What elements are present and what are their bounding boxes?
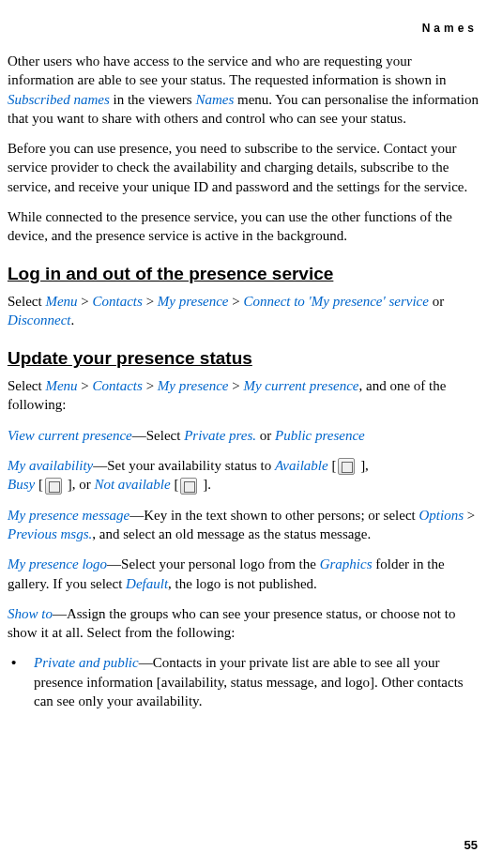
link-my-presence: My presence xyxy=(158,294,229,309)
link-my-availability: My availability xyxy=(8,458,93,473)
available-icon xyxy=(338,458,355,475)
text: —Select xyxy=(132,428,184,443)
paragraph-2: Before you can use presence, you need to… xyxy=(8,139,479,196)
link-default: Default xyxy=(126,576,168,591)
text: —Set your availability status to xyxy=(93,458,275,473)
text: ], xyxy=(357,458,369,473)
text: —Select your personal logo from the xyxy=(107,556,320,571)
link-busy: Busy xyxy=(8,477,35,492)
paragraph-6: View current presence—Select Private pre… xyxy=(8,426,479,445)
text: —Key in the text shown to other persons;… xyxy=(129,508,419,523)
text: > xyxy=(464,508,475,523)
paragraph-3: While connected to the presence service,… xyxy=(8,207,479,246)
link-subscribed-names: Subscribed names xyxy=(8,92,110,107)
link-names: Names xyxy=(195,92,234,107)
text: ], or xyxy=(64,477,95,492)
paragraph-5: Select Menu > Contacts > My presence > M… xyxy=(8,376,479,415)
bullet-mark: • xyxy=(11,653,34,710)
busy-icon xyxy=(45,478,62,495)
section-header: Names xyxy=(422,21,478,36)
link-private-and-public: Private and public xyxy=(34,655,139,670)
link-contacts: Contacts xyxy=(93,378,143,393)
paragraph-10: Show to—Assign the groups who can see yo… xyxy=(8,604,479,643)
link-previous-msgs: Previous msgs. xyxy=(8,526,92,541)
link-graphics: Graphics xyxy=(320,556,373,571)
bullet-text: Private and public—Contacts in your priv… xyxy=(34,653,479,710)
text: Other users who have access to the servi… xyxy=(8,53,447,87)
text: > xyxy=(143,294,158,309)
paragraph-9: My presence logo—Select your personal lo… xyxy=(8,555,479,593)
text: , the logo is not published. xyxy=(168,576,317,591)
link-my-current-presence: My current presence xyxy=(243,378,358,393)
text: or xyxy=(429,294,444,309)
paragraph-1: Other users who have access to the servi… xyxy=(8,52,479,128)
text: ]. xyxy=(199,477,211,492)
link-contacts: Contacts xyxy=(93,294,143,309)
link-view-current-presence: View current presence xyxy=(8,428,132,443)
link-available: Available xyxy=(275,458,328,473)
link-public-presence: Public presence xyxy=(275,428,365,443)
text: [ xyxy=(171,477,179,492)
link-disconnect: Disconnect xyxy=(8,312,70,327)
bullet-private-public: • Private and public—Contacts in your pr… xyxy=(8,653,479,710)
text: > xyxy=(143,378,158,393)
link-menu: Menu xyxy=(45,378,77,393)
text: > xyxy=(78,378,93,393)
text: > xyxy=(229,294,244,309)
text: in the viewers xyxy=(110,92,196,107)
heading-update-status: Update your presence status xyxy=(8,346,479,371)
not-available-icon xyxy=(180,478,197,495)
page-content: Other users who have access to the servi… xyxy=(8,52,479,710)
link-my-presence: My presence xyxy=(158,378,229,393)
text: Select xyxy=(8,294,45,309)
paragraph-8: My presence message—Key in the text show… xyxy=(8,506,479,544)
link-menu: Menu xyxy=(45,294,77,309)
link-private-pres: Private pres. xyxy=(184,428,256,443)
text: > xyxy=(229,378,244,393)
link-options: Options xyxy=(419,508,464,523)
text: —Assign the groups who can see your pres… xyxy=(8,606,455,640)
paragraph-7: My availability—Set your availability st… xyxy=(8,456,479,495)
text: [ xyxy=(35,477,43,492)
text: Select xyxy=(8,378,45,393)
text: . xyxy=(70,312,74,327)
paragraph-4: Select Menu > Contacts > My presence > C… xyxy=(8,292,479,330)
link-connect-service: Connect to 'My presence' service xyxy=(243,294,428,309)
page-number: 55 xyxy=(464,837,478,854)
link-my-presence-logo: My presence logo xyxy=(8,556,107,571)
heading-log-in-out: Log in and out of the presence service xyxy=(8,262,479,286)
text: > xyxy=(78,294,93,309)
text: , and select an old message as the statu… xyxy=(92,526,371,541)
link-my-presence-message: My presence message xyxy=(8,508,129,523)
link-not-available: Not available xyxy=(94,477,170,492)
text: [ xyxy=(328,458,337,473)
text: or xyxy=(256,428,275,443)
link-show-to: Show to xyxy=(8,606,53,621)
